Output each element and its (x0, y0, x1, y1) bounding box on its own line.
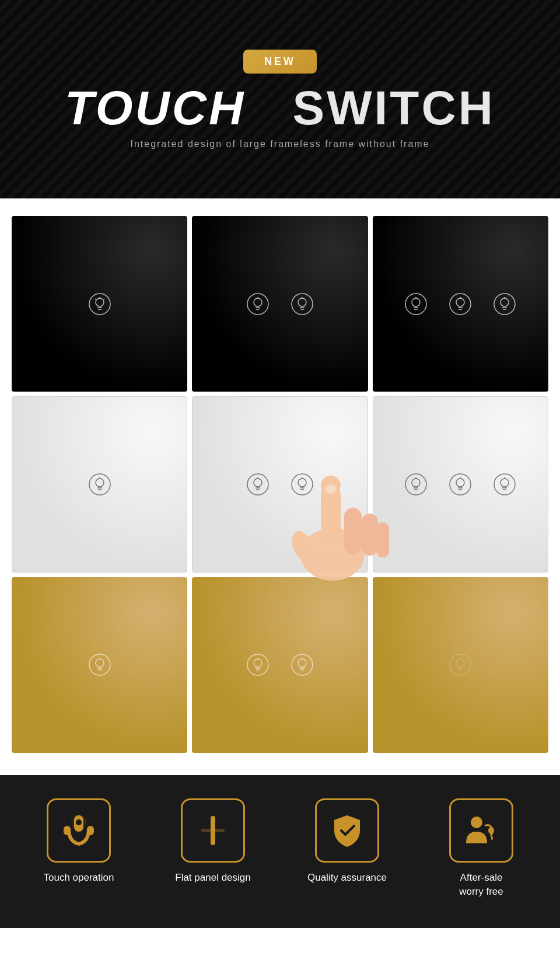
switch-white-3gang[interactable] (373, 396, 548, 572)
svg-point-23 (456, 298, 464, 306)
svg-point-28 (501, 298, 509, 306)
black-row (12, 216, 548, 392)
svg-point-7 (247, 294, 268, 315)
switch-icons (244, 470, 316, 498)
svg-point-55 (405, 474, 426, 495)
svg-point-27 (494, 294, 515, 315)
svg-point-75 (247, 654, 268, 675)
product-section (0, 198, 560, 775)
switch-icons (86, 651, 114, 679)
svg-point-48 (288, 528, 316, 563)
svg-point-18 (412, 298, 420, 306)
hero-title-touch: TOUCH (65, 81, 246, 134)
switch-gold-2gang[interactable] (192, 577, 368, 753)
hero-title: TOUCH SWITCH (65, 84, 495, 132)
touch-icon (61, 813, 96, 848)
switch-gold-1gang[interactable] (12, 577, 187, 753)
svg-point-66 (501, 479, 509, 487)
feature-touch-label: Touch operation (44, 871, 114, 885)
svg-point-60 (450, 474, 471, 495)
feature-panel-label: Flat panel design (175, 871, 250, 885)
switch-icons (402, 470, 519, 498)
svg-point-56 (412, 479, 420, 487)
svg-point-86 (456, 659, 464, 667)
svg-point-71 (96, 659, 104, 667)
svg-point-61 (456, 479, 464, 487)
feature-flat-panel: Flat panel design (155, 798, 271, 885)
switch-icons (244, 651, 316, 679)
features-section: Touch operation Flat panel design Qualit… (0, 775, 560, 928)
switch-icons (86, 470, 114, 498)
svg-rect-91 (64, 826, 71, 835)
svg-point-1 (96, 298, 104, 306)
svg-point-38 (254, 479, 262, 487)
svg-point-12 (292, 294, 313, 315)
svg-point-99 (488, 827, 494, 834)
svg-point-42 (292, 474, 313, 495)
svg-point-13 (298, 298, 306, 306)
shield-icon (330, 813, 365, 848)
svg-point-76 (254, 659, 262, 667)
switch-white-2gang[interactable] (192, 396, 368, 572)
hero-title-switch: SWITCH (293, 81, 495, 134)
svg-line-5 (103, 299, 104, 300)
svg-point-80 (292, 654, 313, 675)
svg-line-6 (95, 299, 96, 300)
svg-point-8 (254, 298, 262, 306)
flat-panel-icon-box (181, 798, 245, 863)
quality-icon-box (315, 798, 379, 863)
svg-rect-49 (321, 484, 341, 546)
touch-operation-icon-box (47, 798, 111, 863)
feature-aftersale-label: After-saleworry free (459, 871, 503, 899)
svg-point-93 (76, 819, 82, 825)
feature-after-sale: After-saleworry free (423, 798, 540, 899)
svg-point-0 (89, 294, 110, 315)
svg-point-43 (298, 479, 306, 487)
person-icon (464, 813, 499, 848)
svg-point-85 (450, 654, 471, 675)
svg-point-81 (298, 659, 306, 667)
svg-point-17 (405, 294, 426, 315)
svg-point-65 (494, 474, 515, 495)
feature-touch-operation: Touch operation (20, 798, 137, 885)
svg-point-47 (300, 528, 365, 581)
switch-icons (86, 290, 114, 318)
svg-point-22 (450, 294, 471, 315)
svg-rect-97 (201, 829, 225, 832)
svg-point-54 (325, 484, 337, 494)
svg-point-98 (471, 817, 482, 828)
hero-subtitle: Integrated design of large frameless fra… (130, 139, 429, 149)
switch-icons (446, 651, 474, 679)
switch-icons (402, 290, 519, 318)
svg-point-33 (96, 479, 104, 487)
feature-quality-label: Quality assurance (307, 871, 387, 885)
feature-quality: Quality assurance (289, 798, 405, 885)
switch-white-1gang[interactable] (12, 396, 187, 572)
new-badge: NEW (243, 50, 317, 74)
panel-icon (195, 813, 230, 848)
switch-black-2gang[interactable] (192, 216, 368, 392)
white-row (12, 396, 548, 572)
after-sale-icon-box (449, 798, 513, 863)
hero-section: NEW TOUCH SWITCH Integrated design of la… (0, 0, 560, 198)
svg-rect-51 (344, 508, 362, 554)
gold-row (12, 577, 548, 753)
switch-black-3gang[interactable] (373, 216, 548, 392)
switch-gold-3gang[interactable] (373, 577, 548, 753)
switch-icons (244, 290, 316, 318)
svg-point-70 (89, 654, 110, 675)
svg-rect-92 (87, 826, 94, 835)
svg-point-37 (247, 474, 268, 495)
switch-black-1gang[interactable] (12, 216, 187, 392)
svg-point-50 (321, 476, 341, 496)
svg-point-32 (89, 474, 110, 495)
